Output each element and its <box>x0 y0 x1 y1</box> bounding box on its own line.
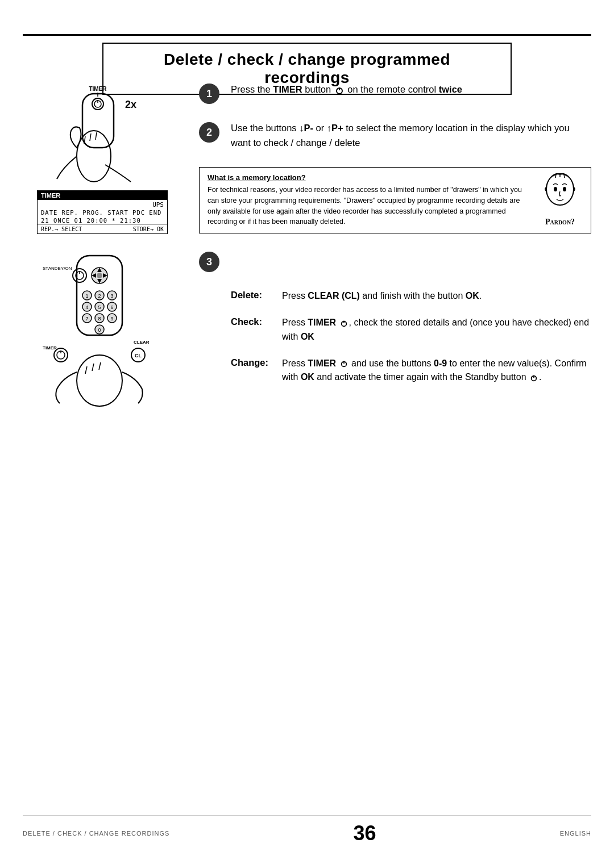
info-box: What is a memory location? For technical… <box>199 167 591 233</box>
pardon-face-svg <box>542 173 579 213</box>
timer-display-row: 21 ONCE 01 20:00 * 21:30 <box>38 216 167 224</box>
change-row: Change: Press TIMER and use the buttons … <box>231 357 591 385</box>
svg-text:4: 4 <box>85 304 88 310</box>
timer-footer-right: STORE→ OK <box>133 226 164 232</box>
footer-page-number: 36 <box>353 821 376 845</box>
right-column: 1 Press the TIMER button on the remote c… <box>199 82 591 397</box>
timer-display-footer: REP.→ SELECT STORE→ OK <box>38 224 167 233</box>
footer: Delete / check / change recordings 36 En… <box>23 815 591 845</box>
power-icon-check <box>340 319 348 327</box>
svg-text:3: 3 <box>110 293 113 299</box>
left-column: TIMER 2x TIMER UPS DATE REP. PROG. START… <box>23 82 182 409</box>
svg-point-21 <box>97 273 102 278</box>
step-1-text: Press the TIMER button on the remote con… <box>231 82 591 97</box>
delete-label: Delete: <box>231 289 282 301</box>
delete-text: Press CLEAR (CL) and finish with the but… <box>282 289 591 303</box>
change-text: Press TIMER and use the buttons 0-9 to e… <box>282 357 591 385</box>
svg-point-7 <box>77 131 111 182</box>
svg-line-56 <box>555 174 556 178</box>
check-text: Press TIMER , check the stored details a… <box>282 316 591 344</box>
step-3-details: Delete: Press CLEAR (CL) and finish with… <box>231 289 591 385</box>
check-row: Check: Press TIMER , check the stored de… <box>231 316 591 344</box>
svg-line-52 <box>99 362 101 370</box>
pardon-figure: Pardon? <box>537 173 583 227</box>
svg-text:TIMER: TIMER <box>43 345 57 350</box>
svg-point-60 <box>563 187 566 191</box>
footer-right: English <box>560 830 591 837</box>
timer-display-cols: DATE REP. PROG. START PDC END <box>38 208 167 216</box>
step-1-circle: 1 <box>199 84 219 104</box>
timer-footer-left: REP.→ SELECT <box>41 226 82 232</box>
check-label: Check: <box>231 316 282 327</box>
svg-point-43 <box>54 348 68 362</box>
svg-line-50 <box>85 366 87 374</box>
svg-point-49 <box>77 355 122 406</box>
power-icon-change <box>340 360 348 368</box>
page-title: Delete / check / change programmed recor… <box>164 51 450 86</box>
svg-line-51 <box>92 364 94 371</box>
step-1: 1 Press the TIMER button on the remote c… <box>199 82 591 104</box>
timer-display-ups: UPS <box>38 200 167 208</box>
step-3-header-text <box>231 251 591 254</box>
pardon-label: Pardon? <box>537 218 583 227</box>
top-rule <box>23 34 591 36</box>
svg-text:5: 5 <box>98 304 101 310</box>
footer-left: Delete / check / change recordings <box>23 830 169 837</box>
svg-line-9 <box>90 133 91 141</box>
timer-display-header: TIMER <box>38 191 167 200</box>
step-2: 2 Use the buttons ↓P- or ↑P+ to select t… <box>199 121 591 150</box>
svg-line-58 <box>564 174 565 178</box>
svg-line-10 <box>96 132 97 140</box>
svg-text:9: 9 <box>110 316 113 322</box>
svg-text:STANDBY/ON: STANDBY/ON <box>43 266 72 271</box>
remote-top-illustration: TIMER 2x <box>40 82 165 185</box>
remote-bottom-illustration: STANDBY/ON 1 2 3 4 5 6 <box>37 244 168 409</box>
step-2-circle: 2 <box>199 122 219 143</box>
svg-text:0: 0 <box>98 327 101 333</box>
info-box-content: What is a memory location? For technical… <box>208 173 532 227</box>
svg-text:2: 2 <box>98 293 101 299</box>
svg-text:7: 7 <box>85 316 88 322</box>
svg-text:1: 1 <box>85 293 88 299</box>
step-3: 3 <box>199 251 591 272</box>
svg-text:CLEAR: CLEAR <box>134 340 150 345</box>
timer-display: TIMER UPS DATE REP. PROG. START PDC END … <box>37 190 168 234</box>
delete-row: Delete: Press CLEAR (CL) and finish with… <box>231 289 591 303</box>
svg-text:TIMER: TIMER <box>89 86 107 92</box>
step-3-circle: 3 <box>199 252 219 272</box>
svg-point-59 <box>554 187 557 191</box>
change-label: Change: <box>231 357 282 368</box>
svg-text:8: 8 <box>98 316 101 322</box>
step-2-text: Use the buttons ↓P- or ↑P+ to select the… <box>231 121 591 150</box>
svg-point-13 <box>73 269 86 282</box>
svg-text:CL: CL <box>135 353 142 358</box>
info-box-text: For technical reasons, your video record… <box>208 185 532 227</box>
power-icon-standby <box>530 374 538 382</box>
svg-text:6: 6 <box>110 304 113 310</box>
power-icon-step1 <box>335 86 344 95</box>
info-box-title: What is a memory location? <box>208 173 532 182</box>
svg-text:2x: 2x <box>125 99 136 110</box>
